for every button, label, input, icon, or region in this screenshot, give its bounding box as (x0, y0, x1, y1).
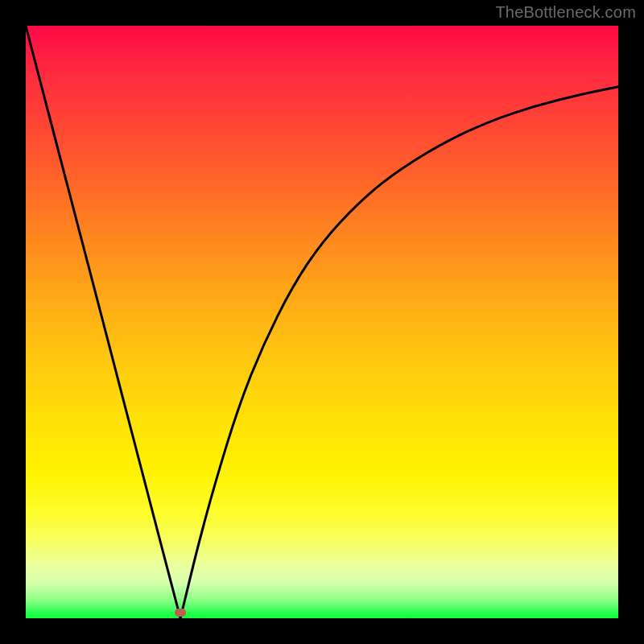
watermark-label: TheBottleneck.com (495, 3, 636, 22)
bottleneck-curve (26, 26, 618, 618)
chart-frame: TheBottleneck.com (0, 0, 644, 644)
plot-area (26, 26, 618, 618)
optimal-marker (175, 609, 186, 617)
